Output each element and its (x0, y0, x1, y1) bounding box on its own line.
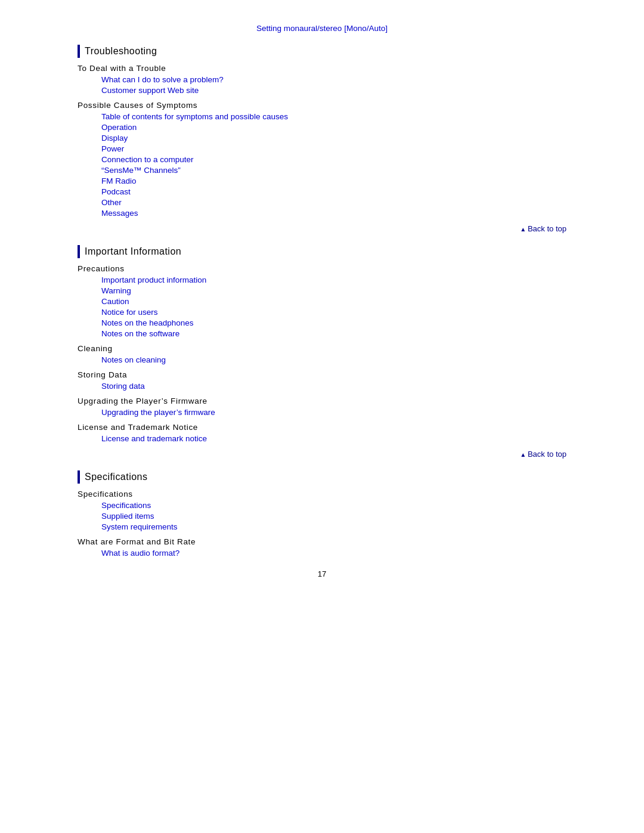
notes-on-headphones-link[interactable]: Notes on the headphones (101, 318, 566, 327)
other-link[interactable]: Other (101, 198, 566, 207)
license-trademark-group: License and Trademark Notice License and… (78, 423, 566, 443)
notice-for-users-link[interactable]: Notice for users (101, 308, 566, 317)
sensme-channels-link[interactable]: “SensMe™ Channels” (101, 166, 566, 175)
fm-radio-link[interactable]: FM Radio (101, 176, 566, 185)
specifications-sub-title: Specifications (78, 490, 566, 498)
section-bar-icon-3 (78, 470, 80, 484)
troubleshooting-title: Troubleshooting (85, 46, 157, 57)
page-container: Setting monaural/stereo [Mono/Auto] Trou… (54, 12, 590, 590)
specifications-link[interactable]: Specifications (101, 501, 566, 510)
troubleshooting-section: Troubleshooting To Deal with a Trouble W… (78, 45, 566, 233)
back-to-top-link-2[interactable]: Back to top (520, 450, 566, 459)
podcast-link[interactable]: Podcast (101, 187, 566, 196)
format-bitrate-title: What are Format and Bit Rate (78, 537, 566, 546)
top-intro-link: Setting monaural/stereo [Mono/Auto] (78, 24, 566, 33)
troubleshooting-back-to-top: Back to top (78, 224, 566, 233)
possible-causes-title: Possible Causes of Symptoms (78, 101, 566, 110)
supplied-items-link[interactable]: Supplied items (101, 512, 566, 521)
upgrading-firmware-link[interactable]: Upgrading the player’s firmware (101, 408, 566, 417)
power-link[interactable]: Power (101, 144, 566, 153)
to-deal-group: To Deal with a Trouble What can I do to … (78, 64, 566, 95)
caution-link[interactable]: Caution (101, 297, 566, 306)
customer-support-link[interactable]: Customer support Web site (101, 86, 566, 95)
operation-link[interactable]: Operation (101, 123, 566, 132)
system-requirements-link[interactable]: System requirements (101, 522, 566, 531)
what-can-i-do-link[interactable]: What can I do to solve a problem? (101, 75, 566, 84)
license-trademark-title: License and Trademark Notice (78, 423, 566, 432)
important-information-section: Important Information Precautions Import… (78, 245, 566, 459)
notes-on-cleaning-link[interactable]: Notes on cleaning (101, 355, 566, 364)
page-number: 17 (78, 569, 566, 578)
important-info-back-to-top: Back to top (78, 449, 566, 459)
specifications-title: Specifications (85, 472, 147, 482)
section-bar-icon (78, 45, 80, 58)
audio-format-link[interactable]: What is audio format? (101, 549, 566, 558)
display-link[interactable]: Display (101, 134, 566, 143)
possible-causes-group: Possible Causes of Symptoms Table of con… (78, 101, 566, 218)
table-of-contents-link[interactable]: Table of contents for symptoms and possi… (101, 112, 566, 121)
warning-link[interactable]: Warning (101, 286, 566, 295)
cleaning-group: Cleaning Notes on cleaning (78, 344, 566, 364)
cleaning-title: Cleaning (78, 344, 566, 353)
setting-monaural-link[interactable]: Setting monaural/stereo [Mono/Auto] (78, 24, 566, 33)
specifications-header: Specifications (78, 470, 566, 484)
to-deal-title: To Deal with a Trouble (78, 64, 566, 73)
important-product-info-link[interactable]: Important product information (101, 275, 566, 284)
upgrading-firmware-title: Upgrading the Player’s Firmware (78, 397, 566, 405)
connection-computer-link[interactable]: Connection to a computer (101, 155, 566, 164)
storing-data-title: Storing Data (78, 370, 566, 379)
precautions-title: Precautions (78, 264, 566, 273)
important-info-title: Important Information (85, 246, 181, 257)
format-bitrate-group: What are Format and Bit Rate What is aud… (78, 537, 566, 558)
upgrading-firmware-group: Upgrading the Player’s Firmware Upgradin… (78, 397, 566, 417)
important-info-header: Important Information (78, 245, 566, 258)
storing-data-link[interactable]: Storing data (101, 382, 566, 391)
notes-on-software-link[interactable]: Notes on the software (101, 329, 566, 338)
troubleshooting-header: Troubleshooting (78, 45, 566, 58)
license-trademark-link[interactable]: License and trademark notice (101, 434, 566, 443)
precautions-group: Precautions Important product informatio… (78, 264, 566, 338)
storing-data-group: Storing Data Storing data (78, 370, 566, 391)
specifications-group: Specifications Specifications Supplied i… (78, 490, 566, 531)
messages-link[interactable]: Messages (101, 209, 566, 218)
back-to-top-link-1[interactable]: Back to top (520, 224, 566, 233)
specifications-section: Specifications Specifications Specificat… (78, 470, 566, 558)
section-bar-icon-2 (78, 245, 80, 258)
